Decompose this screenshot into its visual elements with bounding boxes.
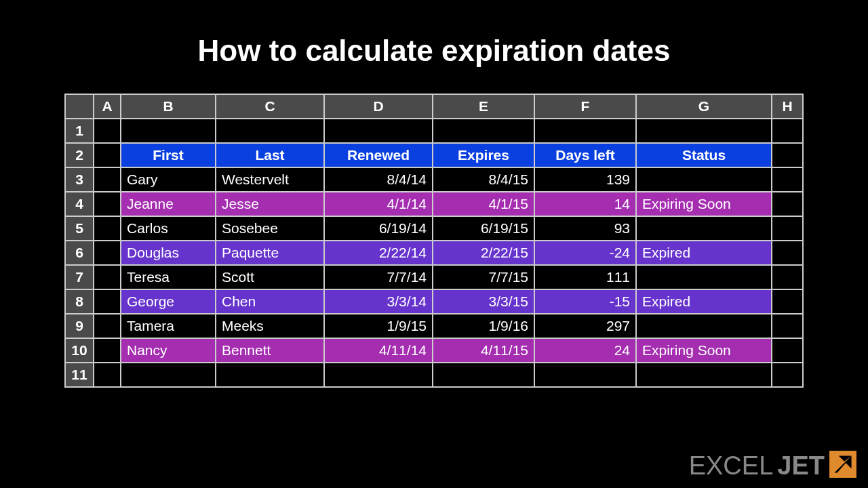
col-header-B[interactable]: B [121, 94, 216, 119]
cell[interactable] [94, 167, 121, 192]
cell-first[interactable]: Nancy [121, 338, 216, 363]
cell-first[interactable]: George [121, 289, 216, 314]
cell-renewed[interactable]: 7/7/14 [324, 265, 433, 289]
cell-daysleft[interactable]: -15 [534, 289, 636, 314]
cell-expires[interactable]: 3/3/15 [433, 289, 534, 314]
cell[interactable] [94, 314, 121, 338]
cell-expires[interactable]: 4/11/15 [433, 338, 534, 363]
cell[interactable] [534, 363, 636, 387]
cell[interactable] [94, 338, 121, 363]
cell-last[interactable]: Bennett [216, 338, 324, 363]
cell[interactable] [772, 143, 803, 167]
cell-expires[interactable]: 1/9/16 [433, 314, 534, 338]
col-header-F[interactable]: F [534, 94, 636, 119]
cell-daysleft[interactable]: 297 [534, 314, 636, 338]
cell[interactable] [94, 119, 121, 143]
cell[interactable] [772, 192, 803, 216]
cell-status[interactable] [636, 265, 772, 289]
cell-last[interactable]: Chen [216, 289, 324, 314]
cell[interactable] [94, 363, 121, 387]
cell[interactable] [772, 289, 803, 314]
cell-daysleft[interactable]: 24 [534, 338, 636, 363]
cell-daysleft[interactable]: 111 [534, 265, 636, 289]
cell-renewed[interactable]: 2/22/14 [324, 241, 433, 265]
cell[interactable] [772, 119, 803, 143]
col-header-H[interactable]: H [772, 94, 803, 119]
header-first[interactable]: First [121, 143, 216, 167]
col-header-A[interactable]: A [94, 94, 121, 119]
cell-first[interactable]: Tamera [121, 314, 216, 338]
row-header[interactable]: 7 [65, 265, 94, 289]
cell-first[interactable]: Jeanne [121, 192, 216, 216]
cell[interactable] [121, 119, 216, 143]
cell-expires[interactable]: 4/1/15 [433, 192, 534, 216]
cell[interactable] [772, 314, 803, 338]
cell-daysleft[interactable]: 93 [534, 216, 636, 241]
cell[interactable] [772, 265, 803, 289]
row-header[interactable]: 5 [65, 216, 94, 241]
cell[interactable] [94, 289, 121, 314]
cell-expires[interactable]: 6/19/15 [433, 216, 534, 241]
row-header[interactable]: 3 [65, 167, 94, 192]
row-header[interactable]: 8 [65, 289, 94, 314]
cell-first[interactable]: Gary [121, 167, 216, 192]
col-header-C[interactable]: C [216, 94, 324, 119]
cell-status[interactable]: Expired [636, 241, 772, 265]
cell[interactable] [324, 119, 433, 143]
cell[interactable] [216, 363, 324, 387]
row-header[interactable]: 11 [65, 363, 94, 387]
cell[interactable] [772, 241, 803, 265]
cell-last[interactable]: Sosebee [216, 216, 324, 241]
cell[interactable] [772, 167, 803, 192]
cell-status[interactable] [636, 167, 772, 192]
cell-last[interactable]: Meeks [216, 314, 324, 338]
cell[interactable] [772, 216, 803, 241]
cell-status[interactable]: Expiring Soon [636, 338, 772, 363]
cell[interactable] [433, 119, 534, 143]
cell-daysleft[interactable]: -24 [534, 241, 636, 265]
cell[interactable] [94, 143, 121, 167]
cell-status[interactable] [636, 314, 772, 338]
header-renewed[interactable]: Renewed [324, 143, 433, 167]
cell[interactable] [121, 363, 216, 387]
col-header-G[interactable]: G [636, 94, 772, 119]
cell-renewed[interactable]: 4/11/14 [324, 338, 433, 363]
row-header[interactable]: 10 [65, 338, 94, 363]
cell[interactable] [433, 363, 534, 387]
header-expires[interactable]: Expires [433, 143, 534, 167]
col-header-E[interactable]: E [433, 94, 534, 119]
cell-first[interactable]: Carlos [121, 216, 216, 241]
row-header[interactable]: 1 [65, 119, 94, 143]
cell-last[interactable]: Paquette [216, 241, 324, 265]
cell[interactable] [94, 216, 121, 241]
cell-renewed[interactable]: 1/9/15 [324, 314, 433, 338]
header-daysleft[interactable]: Days left [534, 143, 636, 167]
cell[interactable] [94, 241, 121, 265]
cell-first[interactable]: Douglas [121, 241, 216, 265]
cell-expires[interactable]: 8/4/15 [433, 167, 534, 192]
cell-renewed[interactable]: 4/1/14 [324, 192, 433, 216]
cell[interactable] [534, 119, 636, 143]
cell-expires[interactable]: 2/22/15 [433, 241, 534, 265]
header-status[interactable]: Status [636, 143, 772, 167]
row-header[interactable]: 9 [65, 314, 94, 338]
cell-renewed[interactable]: 3/3/14 [324, 289, 433, 314]
cell[interactable] [216, 119, 324, 143]
cell[interactable] [324, 363, 433, 387]
cell-status[interactable] [636, 216, 772, 241]
cell[interactable] [94, 265, 121, 289]
cell[interactable] [772, 363, 803, 387]
cell[interactable] [94, 192, 121, 216]
cell-last[interactable]: Scott [216, 265, 324, 289]
cell-expires[interactable]: 7/7/15 [433, 265, 534, 289]
cell[interactable] [772, 338, 803, 363]
cell-status[interactable]: Expired [636, 289, 772, 314]
row-header[interactable]: 2 [65, 143, 94, 167]
row-header[interactable]: 6 [65, 241, 94, 265]
cell-last[interactable]: Westervelt [216, 167, 324, 192]
header-last[interactable]: Last [216, 143, 324, 167]
cell[interactable] [636, 363, 772, 387]
cell-renewed[interactable]: 6/19/14 [324, 216, 433, 241]
cell[interactable] [636, 119, 772, 143]
row-header[interactable]: 4 [65, 192, 94, 216]
